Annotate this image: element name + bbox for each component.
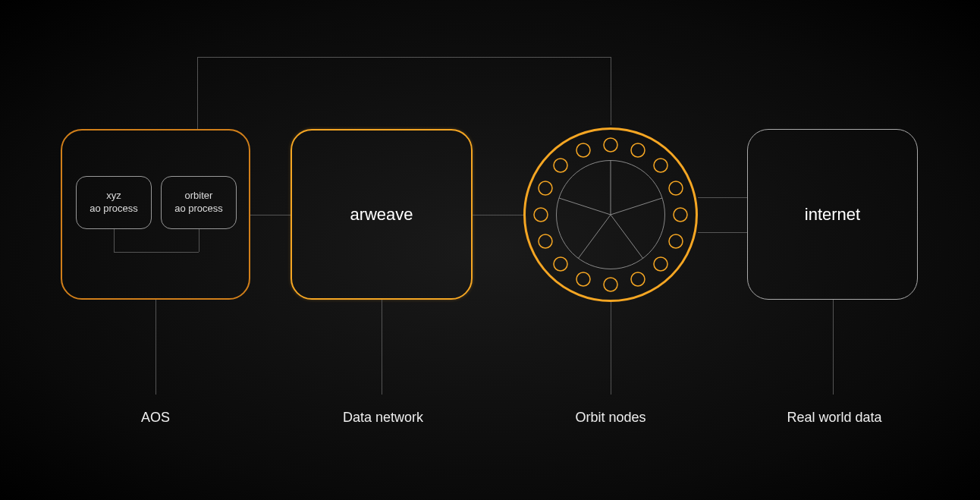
connector-line (250, 215, 291, 215)
svg-point-8 (669, 181, 683, 195)
subnode-label: xyz (106, 190, 121, 201)
svg-point-20 (576, 143, 590, 157)
connector-line (114, 229, 115, 252)
svg-point-9 (674, 208, 687, 222)
svg-point-10 (669, 234, 683, 248)
subnode-label: ao process (174, 203, 223, 214)
xyz-process-subnode: xyz ao process (76, 176, 152, 229)
connector-line (199, 229, 199, 252)
svg-point-15 (554, 257, 567, 271)
aos-label: AOS (118, 410, 193, 426)
connector-line (698, 232, 747, 233)
subnode-label: orbiter (185, 190, 213, 201)
orbit-node (523, 127, 698, 302)
svg-point-14 (576, 272, 590, 286)
svg-point-16 (539, 234, 552, 248)
internet-node: internet (747, 129, 918, 300)
svg-point-19 (554, 159, 567, 172)
connector-line (833, 300, 834, 395)
orbit-nodes-label: Orbit nodes (569, 410, 652, 426)
svg-point-7 (654, 159, 667, 172)
svg-point-12 (631, 272, 645, 286)
diagram-canvas: xyz ao process orbiter ao process arweav… (0, 0, 980, 500)
svg-point-5 (604, 138, 617, 152)
arweave-node: arweave (291, 129, 473, 300)
svg-point-18 (539, 181, 552, 195)
aos-node: xyz ao process orbiter ao process (61, 129, 250, 300)
connector-line (155, 300, 156, 395)
connector-line (382, 300, 382, 395)
svg-point-6 (631, 143, 645, 157)
orbit-dots-icon (526, 130, 696, 300)
svg-point-13 (604, 278, 617, 291)
real-world-data-label: Real world data (777, 410, 891, 426)
data-network-label: Data network (334, 410, 432, 426)
arweave-label: arweave (350, 205, 413, 225)
subnode-label: ao process (90, 203, 138, 214)
connector-line (473, 215, 523, 215)
connector-line (611, 57, 611, 125)
internet-label: internet (805, 205, 860, 225)
connector-line (197, 57, 198, 129)
connector-line (698, 197, 747, 198)
connector-line (611, 302, 611, 395)
connector-line (197, 57, 611, 58)
connector-line (114, 252, 199, 253)
orbiter-process-subnode: orbiter ao process (161, 176, 237, 229)
svg-point-11 (654, 257, 667, 271)
svg-point-17 (534, 208, 548, 222)
